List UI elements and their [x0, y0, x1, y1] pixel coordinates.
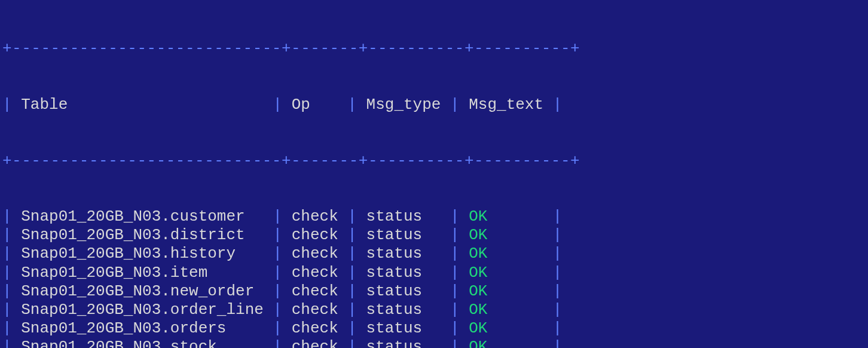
cell-op: check [292, 301, 338, 319]
pipe-icon: | [2, 264, 12, 282]
pipe-icon: | [2, 301, 12, 319]
cell-table: Snap01_20GB_N03.item [21, 264, 264, 282]
table-row: | Snap01_20GB_N03.district | check | sta… [2, 226, 866, 245]
pipe-icon: | [553, 282, 563, 300]
pipe-icon: | [273, 245, 283, 262]
cell-msg-type: status [366, 207, 441, 225]
pipe-icon: | [553, 264, 563, 282]
cell-table: Snap01_20GB_N03.new_order [21, 282, 264, 300]
pipe-icon: | [553, 301, 563, 319]
cell-table: Snap01_20GB_N03.history [21, 245, 264, 262]
pipe-icon: | [347, 319, 357, 337]
cell-msg-text: OK [469, 338, 487, 348]
cell-msg-text: OK [469, 319, 487, 337]
cell-op: check [292, 264, 338, 282]
cell-table: Snap01_20GB_N03.order_line [21, 301, 264, 319]
cell-op: check [292, 245, 338, 262]
pipe-icon: | [450, 319, 460, 337]
pipe-icon: | [2, 282, 12, 300]
header-msg-text: Msg_text [469, 96, 543, 114]
cell-msg-text: OK [469, 207, 487, 225]
table-row: | Snap01_20GB_N03.orders | check | statu… [2, 319, 866, 338]
pipe-icon: | [2, 226, 12, 244]
pipe-icon: | [2, 96, 12, 114]
header-msg-type: Msg_type [366, 96, 441, 114]
cell-table: Snap01_20GB_N03.district [21, 226, 264, 244]
cell-msg-type: status [366, 282, 441, 300]
header-op: Op [292, 96, 310, 114]
table-row: | Snap01_20GB_N03.new_order | check | st… [2, 282, 866, 301]
cell-msg-type: status [366, 245, 441, 262]
cell-op: check [292, 207, 338, 225]
pipe-icon: | [553, 207, 563, 225]
table-body: | Snap01_20GB_N03.customer | check | sta… [2, 207, 866, 348]
pipe-icon: | [273, 264, 283, 282]
pipe-icon: | [450, 264, 460, 282]
pipe-icon: | [273, 338, 283, 348]
cell-msg-type: status [366, 338, 441, 348]
pipe-icon: | [553, 96, 563, 114]
pipe-icon: | [347, 264, 357, 282]
pipe-icon: | [347, 301, 357, 319]
cell-msg-text: OK [469, 226, 487, 244]
cell-msg-text: OK [469, 264, 487, 282]
pipe-icon: | [347, 226, 357, 244]
table-row: | Snap01_20GB_N03.order_line | check | s… [2, 301, 866, 319]
pipe-icon: | [2, 245, 12, 262]
table-row: | Snap01_20GB_N03.customer | check | sta… [2, 207, 866, 226]
cell-msg-text: OK [469, 282, 487, 300]
pipe-icon: | [2, 207, 12, 225]
table-row: | Snap01_20GB_N03.stock | check | status… [2, 338, 866, 348]
pipe-icon: | [273, 282, 283, 300]
pipe-icon: | [273, 301, 283, 319]
mysql-check-table-output: +----------------------------+-------+--… [2, 2, 866, 348]
table-row: | Snap01_20GB_N03.history | check | stat… [2, 245, 866, 263]
pipe-icon: | [347, 282, 357, 300]
cell-msg-type: status [366, 319, 441, 337]
cell-op: check [292, 282, 338, 300]
pipe-icon: | [553, 319, 563, 337]
cell-op: check [292, 319, 338, 337]
cell-table: Snap01_20GB_N03.orders [21, 319, 264, 337]
pipe-icon: | [553, 245, 563, 262]
pipe-icon: | [450, 338, 460, 348]
cell-op: check [292, 338, 338, 348]
table-row: | Snap01_20GB_N03.item | check | status … [2, 264, 866, 282]
table-border-top: +----------------------------+-------+--… [2, 39, 866, 58]
pipe-icon: | [273, 96, 283, 114]
pipe-icon: | [553, 338, 563, 348]
pipe-icon: | [273, 319, 283, 337]
pipe-icon: | [450, 226, 460, 244]
pipe-icon: | [450, 282, 460, 300]
header-pad-2 [310, 96, 338, 114]
cell-msg-text: OK [469, 301, 487, 319]
pipe-icon: | [450, 207, 460, 225]
pipe-icon: | [347, 96, 357, 114]
cell-msg-text: OK [469, 245, 487, 262]
pipe-icon: | [347, 207, 357, 225]
cell-msg-type: status [366, 301, 441, 319]
cell-msg-type: status [366, 226, 441, 244]
pipe-icon: | [347, 245, 357, 262]
cell-table: Snap01_20GB_N03.stock [21, 338, 264, 348]
pipe-icon: | [273, 226, 283, 244]
pipe-icon: | [450, 245, 460, 262]
pipe-icon: | [553, 226, 563, 244]
table-border-mid: +----------------------------+-------+--… [2, 152, 866, 170]
cell-table: Snap01_20GB_N03.customer [21, 207, 264, 225]
pipe-icon: | [273, 207, 283, 225]
header-table: Table [21, 96, 68, 114]
pipe-icon: | [347, 338, 357, 348]
header-pad-1 [68, 96, 264, 114]
table-header-row: | Table | Op | Msg_type | Msg_text | [2, 96, 866, 114]
pipe-icon: | [450, 96, 460, 114]
cell-msg-type: status [366, 264, 441, 282]
cell-op: check [292, 226, 338, 244]
pipe-icon: | [2, 319, 12, 337]
pipe-icon: | [450, 301, 460, 319]
pipe-icon: | [2, 338, 12, 348]
